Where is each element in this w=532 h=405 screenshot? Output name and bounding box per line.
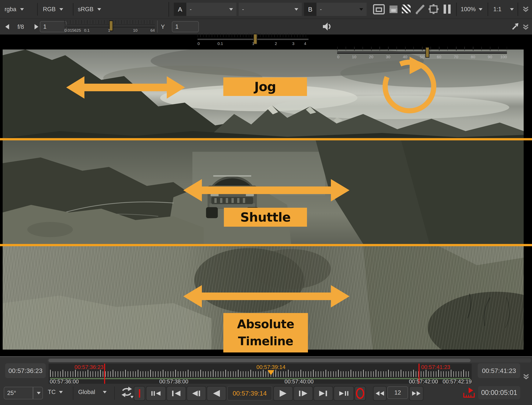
volume-tick-label: 40 — [403, 55, 407, 59]
timeline-scrollbar-track[interactable] — [47, 358, 531, 363]
in-marker-line[interactable] — [104, 364, 105, 384]
channels-dropdown[interactable]: rgba — [5, 5, 24, 14]
second-ticks — [50, 370, 470, 377]
pointer-arrow-icon[interactable] — [512, 22, 519, 30]
display-dropdown[interactable]: RGB — [43, 5, 63, 14]
gain-input[interactable]: 1 — [40, 21, 67, 32]
ruler-label: 00:57:40:00 — [285, 378, 314, 385]
jog-label: Jog — [223, 77, 307, 96]
current-timecode-display[interactable]: 00:57:39:14 — [227, 386, 272, 400]
wipe-stripes-icon[interactable] — [402, 5, 411, 13]
chevron-down-icon — [479, 8, 483, 11]
current-timecode-value: 00:57:39:14 — [233, 390, 267, 397]
go-to-in-button[interactable] — [166, 386, 186, 401]
fps-field[interactable]: 25° — [4, 387, 43, 399]
ruler-label: 00:57:36:00 — [50, 378, 79, 385]
input-b-dropdown[interactable]: B - — [304, 3, 367, 16]
set-in-point-button[interactable] — [134, 386, 145, 401]
volume-tick-label: 20 — [369, 55, 373, 59]
gamma-y-label: Y — [161, 24, 165, 30]
skip-back-button[interactable] — [373, 386, 387, 401]
duration-timecode-box[interactable]: 00:00:05:01 — [478, 386, 520, 399]
gain-tick-label: 64 — [150, 28, 155, 33]
pixel-aspect-dropdown[interactable]: 1:1 — [493, 5, 514, 14]
next-stop-button[interactable] — [34, 24, 38, 29]
fstop-label: f/8 — [17, 24, 24, 30]
out-timecode-box[interactable]: 00:57:41:23 — [478, 363, 520, 378]
play-forward-button[interactable] — [273, 386, 293, 401]
in-point-i-glyph — [139, 389, 140, 398]
colorspace-label: sRGB — [78, 6, 94, 13]
next-edit-button[interactable] — [334, 386, 354, 401]
input-a-dropdown[interactable]: A - — [174, 3, 236, 16]
collapse-row-icon[interactable] — [523, 23, 529, 31]
step-back-button[interactable] — [187, 386, 206, 401]
shuttle-label: Shuttle — [224, 208, 307, 227]
divider — [73, 386, 74, 400]
gain-value: 1 — [43, 23, 47, 30]
viewer-canvas: Jog Shuttle Absolute Timeline — [0, 34, 532, 356]
divider — [114, 386, 115, 400]
step-forward-button[interactable] — [293, 386, 313, 401]
gamma-slider[interactable]: 0 0.1 1 2 3 4 — [197, 33, 309, 47]
chevron-down-icon — [229, 8, 233, 11]
in-timecode-value: 00:57:36:23 — [8, 367, 42, 374]
colorspace-dropdown[interactable]: sRGB — [78, 5, 101, 14]
range-mode-value: Global — [78, 389, 95, 396]
speaker-icon[interactable] — [323, 22, 332, 31]
gain-slider[interactable]: 0.015625 0.1 1 10 64 — [64, 20, 155, 33]
range-mode-dropdown[interactable]: Global — [78, 389, 107, 396]
divider — [518, 3, 518, 16]
display-label: RGB — [43, 6, 56, 13]
previous-stop-button[interactable] — [5, 24, 9, 29]
gamma-input[interactable]: 1 — [172, 21, 199, 32]
chevron-down-icon — [103, 391, 107, 393]
gamma-slider-ticks — [197, 33, 309, 37]
gamma-tick-label: 0.1 — [217, 41, 223, 46]
timecode-mode-dropdown[interactable]: TC — [48, 389, 63, 396]
collapse-toolbar-icon[interactable] — [523, 5, 529, 13]
divider — [488, 3, 488, 16]
paintbrush-icon[interactable] — [415, 3, 425, 15]
go-to-out-button[interactable] — [313, 386, 333, 401]
proxy-mode-icon[interactable] — [389, 5, 398, 13]
skip-forward-button[interactable] — [409, 386, 424, 401]
in-timecode-box[interactable]: 00:57:36:23 — [5, 363, 46, 378]
gamma-tick-label: 4 — [304, 41, 306, 46]
jog-wheel-icon — [380, 57, 439, 117]
cached-range-bar — [50, 378, 470, 379]
playback-loop-mode-button[interactable] — [120, 386, 134, 399]
playhead-label: 00:57:39:14 — [249, 364, 293, 370]
chevron-down-icon — [20, 8, 24, 11]
timeline-track[interactable]: 00:57:36:23 00:57:39:14 00:57:41:23 00:5… — [48, 364, 472, 384]
volume-slider-handle[interactable] — [425, 47, 429, 58]
volume-tick-label: 30 — [386, 55, 390, 59]
previous-edit-button[interactable] — [146, 386, 166, 401]
gamma-tick-label: 0 — [197, 41, 200, 46]
playhead-handle[interactable] — [268, 370, 274, 375]
display-window-icon[interactable] — [373, 4, 385, 14]
playback-range-icon[interactable] — [463, 387, 475, 399]
gamma-tick-label: 2 — [275, 41, 277, 46]
pause-render-icon[interactable] — [444, 5, 451, 14]
frame-increment-input[interactable]: 12 — [387, 386, 408, 399]
jog-arrow — [66, 76, 185, 99]
chevron-down-icon — [359, 8, 363, 11]
input-b-tag: B — [304, 3, 317, 16]
timeline-scrollbar-thumb[interactable] — [48, 359, 471, 362]
set-out-point-button[interactable] — [354, 386, 366, 401]
gamma-tick-label: 3 — [292, 41, 295, 46]
fps-dropdown-button[interactable] — [33, 387, 43, 399]
expand-timeline-icon[interactable] — [523, 373, 529, 380]
zoom-level-dropdown[interactable]: 100% — [461, 5, 483, 14]
compare-mode-dropdown[interactable]: - — [239, 3, 302, 16]
play-backward-button[interactable] — [207, 386, 226, 401]
divider — [168, 2, 169, 17]
volume-slider[interactable]: 0 10 20 30 40 50 60 70 80 90 100 — [337, 47, 507, 60]
ruler-label: 00:57:42:19 — [443, 378, 472, 385]
out-marker-label: 00:57:41:23 — [421, 364, 450, 370]
chevron-down-icon — [295, 8, 298, 11]
gate-overlay-icon[interactable] — [428, 4, 439, 14]
gamma-value: 1 — [175, 23, 179, 30]
gamma-slider-track — [197, 38, 309, 40]
